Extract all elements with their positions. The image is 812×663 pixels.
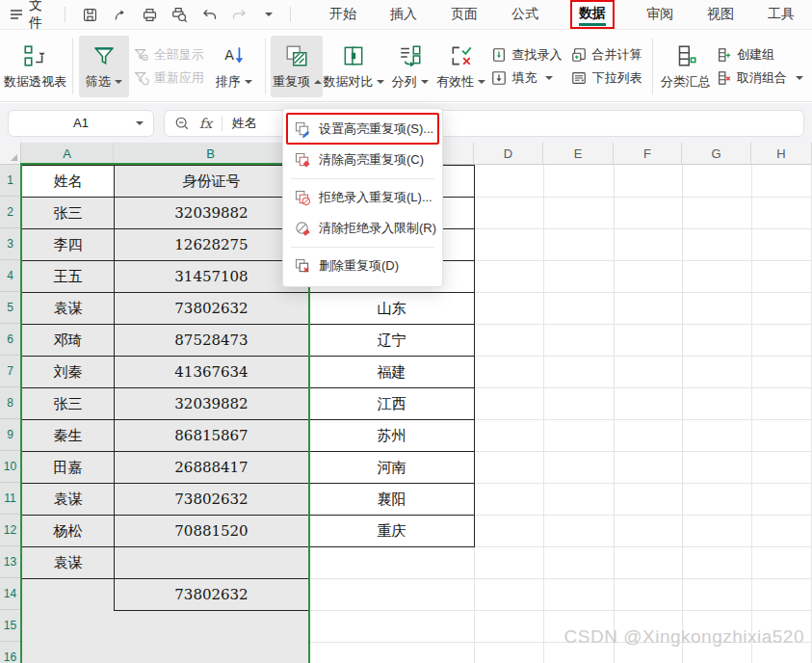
col-header-G[interactable]: G [682,143,751,165]
row-header-14[interactable]: 14 [0,578,21,610]
row-header-10[interactable]: 10 [0,451,21,483]
tab-data[interactable]: 数据 [570,0,615,29]
row-header-12[interactable]: 12 [0,515,21,546]
tab-formula[interactable]: 公式 [510,2,540,27]
pivot-table-button[interactable]: 数据透视表 [4,36,66,97]
undo-icon[interactable] [201,7,218,23]
row-header-7[interactable]: 7 [0,356,21,387]
col-header-E[interactable]: E [543,143,614,165]
cell-A2[interactable]: 张三 [21,197,115,229]
tab-home[interactable]: 开始 [327,2,358,27]
menu-item-clear-highlight-duplicates[interactable]: 清除高亮重复项(C) [283,145,442,175]
cell-A7[interactable]: 刘秦 [21,356,115,388]
cell-A14[interactable] [21,578,114,610]
text-to-columns-button[interactable]: 分列 [385,36,435,97]
formula-input[interactable]: fx 姓名 [164,110,804,137]
row-header-6[interactable]: 6 [0,324,21,356]
print-preview-icon[interactable] [171,7,188,23]
cell-A6[interactable]: 邓琦 [21,324,115,357]
menu-item-set-highlight-duplicates[interactable]: 设置高亮重复项(S)... [283,114,442,145]
ungroup-button[interactable]: 取消组合 [717,69,803,87]
cell-A10[interactable]: 田嘉 [21,451,115,484]
row-header-2[interactable]: 2 [0,197,21,228]
save-icon[interactable] [82,7,98,23]
reapply-button[interactable]: 重新应用 [134,69,204,87]
col-header-H[interactable]: H [751,143,812,165]
cell-C10[interactable]: 河南 [308,451,475,484]
cell-A8[interactable]: 张三 [21,387,115,420]
data-compare-button[interactable]: 数据对比 [323,36,384,97]
show-all-button[interactable]: 全部显示 [134,46,204,64]
more-commands-icon[interactable] [265,13,273,20]
tab-page[interactable]: 页面 [449,2,480,27]
consolidate-button[interactable]: 合并计算 [571,46,642,64]
cell-B7[interactable]: 41367634 [114,356,309,388]
menu-item-delete-duplicates[interactable]: 删除重复项(D) [283,251,442,281]
cell-C8[interactable]: 江西 [308,387,475,420]
row-header-11[interactable]: 11 [0,483,21,515]
cell-B12[interactable]: 70881520 [114,515,309,547]
dropdown-list-button[interactable]: 下拉列表 [571,69,642,87]
row-header-3[interactable]: 3 [0,228,21,260]
cell-B9[interactable]: 86815867 [114,419,309,452]
cell-C5[interactable]: 山东 [308,292,475,325]
row-header-9[interactable]: 9 [0,419,21,451]
row-header-16[interactable]: 16 [0,642,21,663]
menu-item-clear-reject-limit[interactable]: 清除拒绝录入限制(R) [283,213,442,244]
export-icon[interactable] [112,7,128,23]
cell-B11[interactable]: 73802632 [114,483,309,516]
cell-B2[interactable]: 32039882 [114,197,309,229]
cell-A11[interactable]: 袁谋 [21,483,115,516]
cell-A3[interactable]: 李四 [21,228,115,261]
cell-B4[interactable]: 31457108 [114,260,309,293]
subtotal-button[interactable]: 分类汇总 [659,36,712,97]
row-header-1[interactable]: 1 [0,165,21,197]
name-box[interactable]: A1 [8,110,154,137]
cell-C12[interactable]: 重庆 [308,515,475,547]
fx-icon[interactable]: fx [199,116,212,131]
cell-C7[interactable]: 福建 [308,356,475,388]
cell-B13[interactable] [114,546,309,579]
cell-C9[interactable]: 苏州 [308,419,475,452]
fill-button[interactable]: 填充 [491,69,562,87]
row-header-13[interactable]: 13 [0,546,21,578]
sort-button[interactable]: A 排序 [209,36,259,97]
col-header-D[interactable]: D [474,143,543,165]
cell-C6[interactable]: 辽宁 [308,324,475,357]
menu-item-reject-duplicate-input[interactable]: 拒绝录入重复项(L)... [283,182,442,213]
file-menu-button[interactable]: 文件 [6,0,47,34]
cell-C11[interactable]: 襄阳 [308,483,475,516]
create-group-button[interactable]: 创建组 [717,46,803,64]
tab-view[interactable]: 视图 [705,2,736,27]
cell-A13[interactable]: 袁谋 [21,546,115,579]
cell-A4[interactable]: 王五 [21,260,115,293]
print-icon[interactable] [142,7,158,23]
search-icon[interactable] [174,116,190,131]
cell-B6[interactable]: 87528473 [114,324,309,357]
duplicates-button[interactable]: 重复项 [271,36,323,97]
select-all-corner[interactable] [0,143,21,165]
redo-icon[interactable] [231,7,248,23]
cell-B14[interactable]: 73802632 [114,578,309,611]
filter-button[interactable]: 筛选 [79,36,129,97]
row-header-5[interactable]: 5 [0,292,21,324]
col-header-A[interactable]: A [21,143,114,165]
tab-tools[interactable]: 工具 [766,2,797,27]
row-header-4[interactable]: 4 [0,260,21,292]
col-header-F[interactable]: F [614,143,682,165]
cell-A1[interactable]: 姓名 [21,165,115,198]
col-header-B[interactable]: B [114,143,308,165]
cell-B1[interactable]: 身份证号 [114,165,309,198]
cell-A12[interactable]: 杨松 [21,515,115,547]
validation-button[interactable]: 有效性 [435,36,487,97]
cell-A9[interactable]: 秦生 [21,419,115,452]
row-header-8[interactable]: 8 [0,387,21,419]
cell-A5[interactable]: 袁谋 [21,292,115,325]
tab-review[interactable]: 审阅 [644,2,675,27]
row-header-15[interactable]: 15 [0,610,21,642]
cell-B10[interactable]: 26888417 [114,451,309,484]
tab-insert[interactable]: 插入 [388,2,419,27]
cell-B8[interactable]: 32039882 [114,387,309,420]
find-entry-button[interactable]: 查找录入 [491,46,562,64]
cell-B3[interactable]: 12628275 [114,228,309,261]
